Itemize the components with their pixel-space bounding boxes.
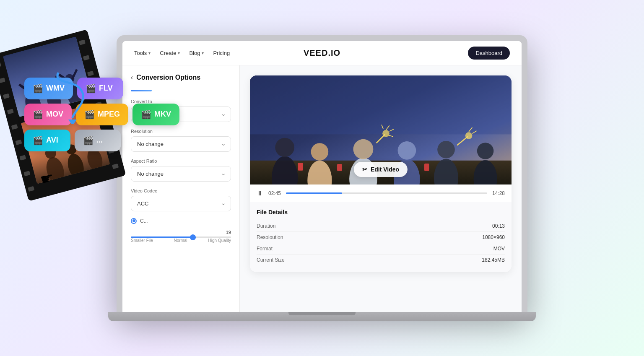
quality-smaller-label: Smaller File	[131, 238, 153, 243]
nav-pricing[interactable]: Pricing	[213, 50, 230, 56]
duration-label: Duration	[257, 223, 275, 229]
svg-rect-48	[424, 164, 429, 171]
mkv-label: MKV	[154, 110, 171, 119]
file-details: File Details Duration 00:13 Resoloution …	[250, 202, 512, 272]
nav-logo: VEED.IO	[304, 48, 340, 58]
blog-chevron-icon: ▾	[202, 51, 204, 55]
avi-button[interactable]: 🎬 AVI	[24, 130, 70, 151]
nav-left: Tools ▾ Create ▾ Blog ▾ Pricing	[134, 50, 230, 56]
nav-blog[interactable]: Blog ▾	[189, 50, 204, 56]
fps-radio[interactable]	[131, 218, 137, 224]
quality-slider-container: 19 Smaller File Normal High Quality	[131, 230, 231, 243]
size-value: 182.45MB	[482, 257, 505, 263]
nav-blog-label: Blog	[189, 50, 200, 56]
quality-value: 19	[131, 230, 231, 235]
avi-label: AVI	[46, 136, 58, 145]
edit-video-label: Edit Video	[371, 166, 399, 173]
format-label: Format	[257, 246, 273, 252]
film-icon-mov: 🎬	[33, 109, 43, 120]
right-panel: ✂ Edit Video ⏸ 02:45	[240, 65, 522, 312]
codec-label: Video Codec	[131, 188, 231, 193]
detail-row-duration: Duration 00:13	[257, 221, 505, 232]
fps-label: C...	[140, 218, 148, 224]
svg-point-27	[311, 143, 329, 161]
aspect-ratio-value: No change	[137, 171, 164, 177]
aspect-ratio-group: Aspect Ratio No change	[131, 159, 231, 182]
nav-tools-label: Tools	[134, 50, 147, 56]
nav-bar: Tools ▾ Create ▾ Blog ▾ Pricing	[122, 41, 522, 65]
svg-point-31	[382, 130, 390, 137]
quality-slider[interactable]	[131, 236, 231, 238]
detail-row-size: Current Size 182.45MB	[257, 255, 505, 265]
laptop-frame: Tools ▾ Create ▾ Blog ▾ Pricing	[117, 35, 527, 312]
dashboard-button[interactable]: Dashboard	[468, 47, 510, 60]
svg-point-45	[477, 143, 494, 159]
format-value: MOV	[493, 246, 505, 252]
file-details-title: File Details	[257, 209, 505, 216]
main-content: ‹ Conversion Options Convert to MP4	[122, 65, 522, 312]
flv-label: FLV	[99, 84, 113, 93]
quality-labels: Smaller File Normal High Quality	[131, 238, 231, 243]
progress-bar[interactable]	[286, 192, 487, 194]
size-label: Current Size	[257, 257, 285, 263]
detail-row-format: Format MOV	[257, 243, 505, 255]
svg-rect-47	[337, 164, 342, 171]
time-current: 02:45	[268, 190, 281, 196]
slider-thumb[interactable]	[190, 234, 196, 240]
more-label: ...	[96, 136, 103, 145]
aspect-ratio-select[interactable]: No change	[131, 166, 231, 182]
svg-point-25	[275, 138, 294, 157]
film-icon-more: 🎬	[83, 135, 93, 146]
film-icon-avi: 🎬	[33, 135, 43, 146]
svg-rect-22	[250, 75, 512, 134]
aspect-ratio-label: Aspect Ratio	[131, 159, 231, 164]
slider-fill	[131, 236, 196, 238]
fps-row: C...	[131, 218, 231, 224]
video-thumbnail: ✂ Edit Video	[250, 75, 512, 184]
svg-rect-46	[298, 163, 303, 171]
codec-select[interactable]: ACC	[131, 196, 231, 211]
format-buttons-float: 🎬 WMV 🎬 FLV 🎬 MOV 🎬 MPEG 🎬 MKV	[24, 78, 179, 156]
tools-chevron-icon: ▾	[148, 51, 151, 55]
detail-row-resolution: Resoloution 1080×960	[257, 232, 505, 243]
time-total: 14:28	[492, 190, 505, 196]
resolution-detail-label: Resoloution	[257, 234, 283, 240]
edit-video-button[interactable]: ✂ Edit Video	[354, 162, 408, 177]
codec-group: ACC	[131, 196, 231, 211]
duration-value: 00:13	[492, 223, 505, 229]
more-button[interactable]: 🎬 ...	[75, 130, 121, 151]
svg-point-39	[437, 141, 455, 159]
progress-fill	[286, 192, 342, 194]
quality-high-label: High Quality	[208, 238, 231, 243]
pause-button[interactable]: ⏸	[257, 190, 263, 197]
laptop-screen: Tools ▾ Create ▾ Blog ▾ Pricing	[122, 41, 522, 312]
codec-value: ACC	[137, 200, 148, 207]
svg-marker-20	[68, 120, 77, 124]
resolution-detail-value: 1080×960	[482, 234, 505, 240]
video-card: ✂ Edit Video ⏸ 02:45	[250, 75, 512, 272]
mkv-button[interactable]: 🎬 MKV	[132, 104, 179, 125]
nav-create[interactable]: Create ▾	[160, 50, 180, 56]
nav-create-label: Create	[160, 50, 176, 56]
laptop-base	[108, 312, 536, 321]
codec-section: Video Codec ACC	[131, 188, 231, 243]
svg-point-29	[353, 139, 373, 159]
svg-point-41	[465, 132, 473, 139]
svg-point-37	[398, 141, 416, 160]
film-icon: 🎬	[33, 83, 43, 94]
blue-arrow	[45, 69, 87, 120]
scissors-icon: ✂	[362, 166, 367, 173]
quality-normal-label: Normal	[174, 238, 187, 243]
aspect-ratio-wrapper: No change	[131, 166, 231, 182]
format-row-3: 🎬 AVI 🎬 ...	[24, 130, 179, 151]
radio-inner	[132, 219, 135, 222]
nav-pricing-label: Pricing	[213, 50, 230, 56]
mpeg-label: MPEG	[98, 110, 120, 119]
create-chevron-icon: ▾	[178, 51, 180, 55]
codec-wrapper: ACC	[131, 196, 231, 211]
film-icon-mkv: 🎬	[141, 109, 151, 120]
video-controls: ⏸ 02:45 14:28	[250, 184, 512, 202]
nav-tools[interactable]: Tools ▾	[134, 50, 151, 56]
laptop-wrapper: ☛ 🎬 WMV 🎬 FLV 🎬 MOV	[91, 19, 553, 338]
